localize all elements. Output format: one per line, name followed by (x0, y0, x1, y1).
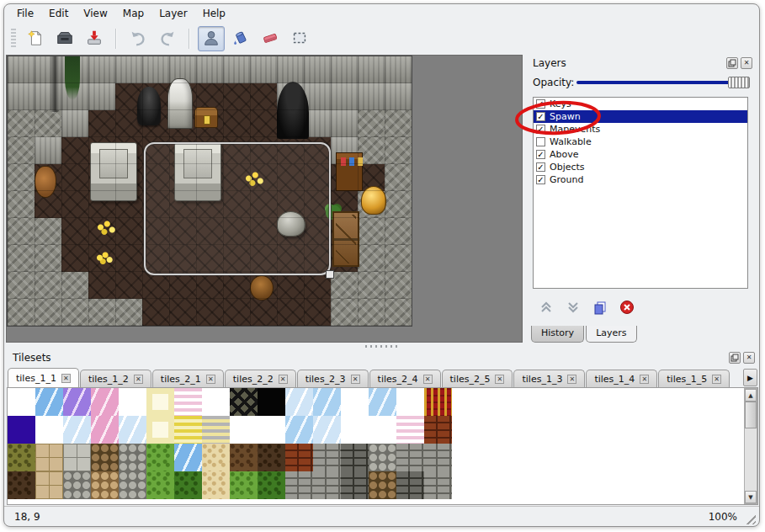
tab-close-icon[interactable]: ✕ (567, 375, 576, 384)
tab-close-icon[interactable]: ✕ (134, 375, 143, 384)
horizontal-splitter[interactable] (6, 343, 757, 349)
layer-visibility-checkbox[interactable]: ✓ (536, 125, 545, 134)
tab-close-icon[interactable]: ✕ (640, 375, 649, 384)
tileset-tile[interactable] (424, 471, 452, 499)
tileset-tile[interactable] (202, 388, 230, 416)
tileset-tile[interactable] (396, 388, 424, 416)
tileset-tab-tiles_2_3[interactable]: tiles_2_3✕ (297, 370, 369, 387)
tileset-tab-tiles_1_3[interactable]: tiles_1_3✕ (513, 370, 585, 387)
selection-resize-handle[interactable] (326, 270, 334, 279)
tileset-tile[interactable] (313, 471, 341, 499)
tileset-tile[interactable] (285, 416, 313, 444)
tileset-scrollbar[interactable]: ▲ ▼ (744, 388, 757, 504)
tileset-tile[interactable] (313, 388, 341, 416)
tileset-tile[interactable] (341, 444, 369, 471)
tileset-tile[interactable] (369, 416, 396, 444)
tileset-tile[interactable] (63, 388, 91, 416)
tileset-tile[interactable] (174, 471, 202, 499)
layer-row-mapevents[interactable]: ✓Mapevents (534, 123, 747, 136)
tileset-tile[interactable] (341, 471, 369, 499)
tileset-tile[interactable] (396, 416, 424, 444)
opacity-slider-handle[interactable] (728, 77, 750, 88)
tileset-tile[interactable] (313, 416, 341, 444)
tileset-tile[interactable] (369, 444, 396, 471)
menu-layer[interactable]: Layer (151, 5, 194, 22)
scrollbar-thumb[interactable] (745, 402, 757, 428)
tileset-tile[interactable] (91, 388, 119, 416)
layer-visibility-checkbox[interactable] (536, 137, 545, 146)
layer-visibility-checkbox[interactable]: ✓ (536, 99, 545, 109)
tileset-tile[interactable] (146, 471, 174, 499)
tileset-tile[interactable] (91, 416, 119, 444)
delete-layer-button[interactable] (619, 300, 635, 317)
layer-row-ground[interactable]: ✓Ground (534, 173, 747, 186)
tileset-tile[interactable] (8, 388, 35, 416)
tileset-tile[interactable] (63, 416, 91, 444)
tileset-tile[interactable] (230, 471, 258, 499)
menu-map[interactable]: Map (115, 5, 151, 22)
tileset-tab-tiles_2_5[interactable]: tiles_2_5✕ (442, 370, 513, 387)
tab-close-icon[interactable]: ✕ (206, 375, 215, 384)
close-panel-icon[interactable]: ✕ (743, 352, 755, 364)
layer-visibility-checkbox[interactable]: ✓ (536, 112, 545, 121)
tileset-tile[interactable] (313, 444, 341, 471)
tileset-tile[interactable] (202, 444, 230, 471)
tab-close-icon[interactable]: ✕ (712, 375, 721, 384)
tileset-tile[interactable] (341, 388, 369, 416)
opacity-slider[interactable] (576, 76, 750, 89)
float-panel-icon[interactable] (726, 57, 738, 69)
tileset-tile[interactable] (202, 471, 230, 499)
tileset-tile[interactable] (258, 471, 285, 499)
duplicate-layer-button[interactable] (592, 300, 608, 317)
tileset-tile[interactable] (424, 388, 452, 416)
fill-tool-button[interactable] (227, 26, 254, 51)
tileset-tile[interactable] (8, 444, 35, 471)
tab-close-icon[interactable]: ✕ (423, 375, 433, 384)
tileset-tile[interactable] (91, 471, 119, 499)
panel-tab-history[interactable]: History (531, 326, 584, 343)
tab-close-icon[interactable]: ✕ (351, 375, 360, 384)
tileset-tile[interactable] (35, 471, 63, 499)
float-panel-icon[interactable] (729, 352, 741, 364)
scroll-down-icon[interactable]: ▼ (745, 491, 757, 503)
redo-button[interactable] (154, 26, 181, 51)
tileset-tab-tiles_2_1[interactable]: tiles_2_1✕ (152, 370, 224, 387)
panel-tab-layers[interactable]: Layers (586, 326, 636, 343)
tileset-tile[interactable] (396, 471, 424, 499)
tileset-tile[interactable] (119, 416, 146, 444)
tileset-tile[interactable] (369, 388, 396, 416)
save-button[interactable] (81, 26, 108, 51)
tileset-tab-tiles_2_4[interactable]: tiles_2_4✕ (369, 370, 441, 387)
tileset-tab-tiles_1_2[interactable]: tiles_1_2✕ (80, 370, 151, 387)
tileset-tile[interactable] (424, 444, 452, 471)
tileset-tile[interactable] (63, 444, 91, 471)
layer-row-above[interactable]: ✓Above (534, 148, 747, 161)
tileset-tab-tiles_1_4[interactable]: tiles_1_4✕ (586, 370, 657, 387)
menu-view[interactable]: View (76, 5, 114, 22)
tileset-tile[interactable] (396, 444, 424, 471)
layer-visibility-checkbox[interactable]: ✓ (536, 175, 545, 184)
tab-close-icon[interactable]: ✕ (495, 375, 504, 384)
move-layer-down-button[interactable] (565, 300, 582, 317)
tileset-tile[interactable] (258, 388, 285, 416)
stamp-tool-button[interactable] (198, 26, 225, 51)
map-canvas[interactable] (6, 55, 523, 343)
tileset-tile[interactable] (119, 444, 146, 471)
tileset-tile[interactable] (341, 416, 369, 444)
open-button[interactable] (51, 26, 78, 51)
tab-close-icon[interactable]: ✕ (279, 375, 288, 384)
tab-scroll-right-button[interactable]: ▶ (743, 369, 757, 386)
close-panel-icon[interactable]: ✕ (741, 57, 752, 69)
tileset-tile[interactable] (174, 388, 202, 416)
tileset-tile[interactable] (146, 444, 174, 471)
layer-row-walkable[interactable]: Walkable (534, 136, 747, 148)
tileset-tile[interactable] (369, 471, 396, 499)
tileset-tile[interactable] (63, 471, 91, 499)
tileset-tile[interactable] (285, 444, 313, 471)
tileset-tile[interactable] (174, 444, 202, 471)
new-map-button[interactable] (22, 26, 49, 51)
eraser-tool-button[interactable] (257, 26, 284, 51)
layer-row-keys[interactable]: ✓Keys (534, 98, 747, 110)
tileset-tile[interactable] (35, 444, 63, 471)
menu-help[interactable]: Help (195, 5, 233, 22)
